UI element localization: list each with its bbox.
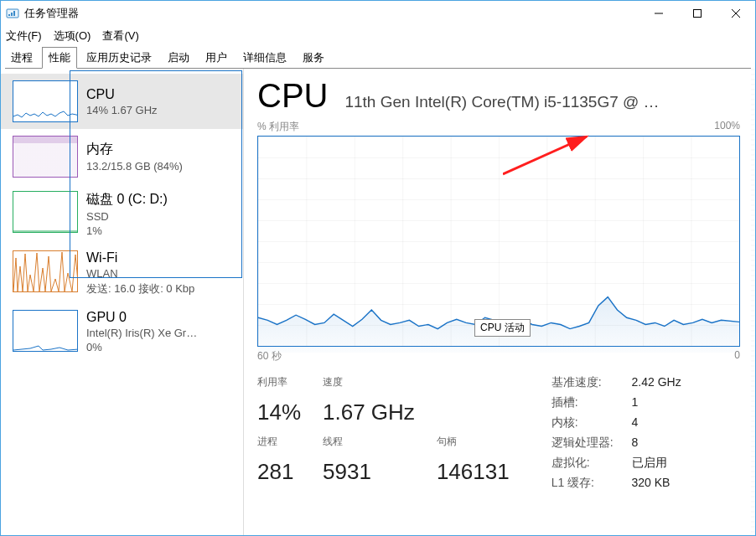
svg-rect-3 — [13, 11, 15, 16]
handle-label: 句柄 — [437, 435, 510, 456]
gpu-thumb-icon — [13, 310, 78, 352]
detail-subtitle: 11th Gen Intel(R) Core(TM) i5-1135G7 @ … — [344, 93, 740, 111]
thread-label: 线程 — [323, 435, 415, 456]
util-value: 14% — [257, 399, 301, 432]
sidebar-memory-sub: 13.2/15.8 GB (84%) — [86, 160, 183, 173]
speed-label: 速度 — [323, 375, 415, 396]
virtualization-val: 已启用 — [632, 456, 681, 471]
sidebar-disk-sub1: SSD — [86, 210, 168, 223]
detail-title: CPU — [257, 77, 328, 115]
menu-view[interactable]: 查看(V) — [102, 28, 138, 44]
disk-thumb-icon — [13, 191, 78, 233]
sidebar-disk-title: 磁盘 0 (C: D:) — [86, 191, 168, 209]
thread-value: 5931 — [323, 459, 415, 492]
menubar: 文件(F) 选项(O) 查看(V) — [1, 25, 755, 47]
chart-top-left-label: % 利用率 — [257, 120, 299, 134]
sidebar-disk-sub2: 1% — [86, 224, 168, 237]
stats-left: 利用率 速度 14% 1.67 GHz 进程 线程 句柄 281 5931 14… — [257, 375, 510, 491]
proc-value: 281 — [257, 459, 301, 492]
sidebar-wifi-sub2: 发送: 16.0 接收: 0 Kbp — [86, 281, 194, 296]
proc-label: 进程 — [257, 435, 301, 456]
tab-users[interactable]: 用户 — [199, 47, 234, 69]
cpu-thumb-icon — [13, 80, 78, 122]
cpu-chart[interactable]: CPU 活动 — [257, 136, 740, 347]
svg-rect-2 — [11, 13, 13, 16]
chart-tooltip: CPU 活动 — [474, 319, 531, 337]
close-button[interactable] — [717, 1, 755, 25]
tab-details[interactable]: 详细信息 — [236, 47, 293, 69]
detail-panel: CPU 11th Gen Intel(R) Core(TM) i5-1135G7… — [244, 69, 755, 535]
tab-performance[interactable]: 性能 — [42, 47, 77, 69]
sidebar-wifi-title: Wi-Fi — [86, 250, 194, 265]
sidebar-gpu-sub2: 0% — [86, 341, 197, 353]
sockets-key: 插槽: — [551, 395, 614, 410]
sidebar-gpu-title: GPU 0 — [86, 310, 197, 325]
chart-top-right-label: 100% — [714, 120, 740, 134]
wifi-thumb-icon — [13, 250, 78, 292]
maximize-button[interactable] — [678, 1, 717, 25]
base-speed-val: 2.42 GHz — [632, 375, 681, 390]
tabs: 进程 性能 应用历史记录 启动 用户 详细信息 服务 — [1, 47, 755, 68]
cores-key: 内核: — [551, 415, 614, 430]
sidebar-item-cpu[interactable]: CPU 14% 1.67 GHz — [1, 74, 244, 129]
sidebar-memory-title: 内存 — [86, 141, 183, 158]
handle-value: 146131 — [437, 459, 510, 492]
svg-rect-1 — [8, 14, 10, 16]
sidebar-cpu-title: CPU — [86, 87, 158, 102]
titlebar: 任务管理器 — [0, 0, 756, 25]
l1-cache-key: L1 缓存: — [551, 476, 614, 491]
sidebar-item-disk[interactable]: 磁盘 0 (C: D:) SSD 1% — [1, 184, 244, 244]
tab-services[interactable]: 服务 — [296, 47, 331, 69]
window-title: 任务管理器 — [24, 6, 639, 21]
memory-thumb-icon — [13, 136, 78, 178]
sockets-val: 1 — [632, 395, 681, 410]
stats-right: 基准速度: 2.42 GHz 插槽: 1 内核: 4 逻辑处理器: 8 虚拟化:… — [551, 375, 681, 491]
minimize-button[interactable] — [639, 1, 678, 25]
speed-value: 1.67 GHz — [323, 399, 415, 432]
sidebar-cpu-sub: 14% 1.67 GHz — [86, 104, 158, 116]
virtualization-key: 虚拟化: — [551, 456, 614, 471]
l1-cache-val: 320 KB — [632, 476, 681, 491]
app-icon — [6, 7, 19, 20]
tab-processes[interactable]: 进程 — [4, 47, 39, 69]
menu-options[interactable]: 选项(O) — [54, 28, 91, 44]
sidebar-item-wifi[interactable]: Wi-Fi WLAN 发送: 16.0 接收: 0 Kbp — [1, 244, 244, 303]
base-speed-key: 基准速度: — [551, 375, 614, 390]
tab-startup[interactable]: 启动 — [161, 47, 196, 69]
tab-app-history[interactable]: 应用历史记录 — [80, 47, 158, 69]
scrollbar[interactable] — [751, 69, 755, 535]
sidebar-item-memory[interactable]: 内存 13.2/15.8 GB (84%) — [1, 129, 244, 184]
sidebar: CPU 14% 1.67 GHz 内存 13.2/15.8 GB (84%) 磁… — [1, 69, 244, 535]
logical-proc-val: 8 — [632, 436, 681, 451]
util-label: 利用率 — [257, 375, 301, 396]
sidebar-wifi-sub1: WLAN — [86, 267, 194, 280]
cores-val: 4 — [632, 415, 681, 430]
sidebar-gpu-sub1: Intel(R) Iris(R) Xe Gr… — [86, 327, 197, 339]
menu-file[interactable]: 文件(F) — [6, 28, 42, 44]
logical-proc-key: 逻辑处理器: — [551, 436, 614, 451]
sidebar-item-gpu[interactable]: GPU 0 Intel(R) Iris(R) Xe Gr… 0% — [1, 303, 244, 360]
svg-rect-5 — [694, 9, 702, 17]
